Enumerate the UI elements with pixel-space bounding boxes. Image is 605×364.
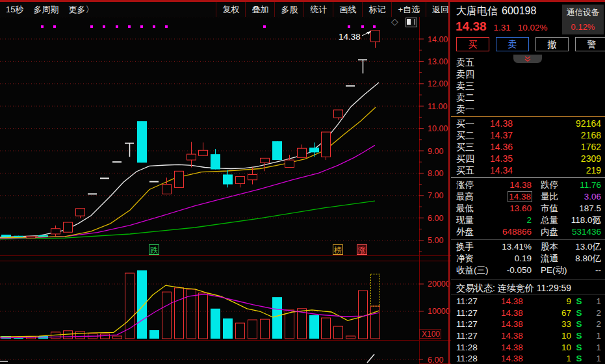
price-volume-chart[interactable]: 14.0013.0012.0011.0010.009.008.007.006.0… — [0, 0, 455, 364]
collapse-tab[interactable] — [513, 55, 542, 63]
trade-row[interactable]: 11:2714.389S1 — [451, 296, 605, 307]
stat-value: 13.41% — [495, 241, 532, 253]
trade-volume: 33 — [535, 318, 571, 330]
cancel-button[interactable]: 撤 — [535, 37, 569, 51]
divider — [451, 294, 605, 294]
price-change-pct: 10.02% — [518, 23, 548, 32]
ask-label: 卖五 — [456, 57, 490, 68]
trade-price: 14.38 — [489, 307, 535, 319]
stats-block-1: 涨停14.38跌停11.76最高14.38量比3.06最低13.60市值187.… — [451, 179, 605, 238]
stat-value: 14.38 — [495, 179, 532, 191]
ask-row[interactable]: 卖一 — [451, 103, 605, 115]
svg-text:9.00: 9.00 — [428, 147, 443, 156]
tick-trade-list: 11:2714.389S111:2714.3867S211:2714.3833S… — [451, 296, 605, 364]
panel-divider — [448, 2, 450, 364]
trade-time: 11:27 — [456, 318, 489, 330]
stat-value: 8.80亿 — [571, 253, 601, 265]
stat-value: 118.0万 — [571, 214, 601, 226]
bid-volume: 2168 — [535, 129, 601, 141]
trade-volume: 10 — [535, 342, 571, 354]
chart-header: 15秒多周期更多〉 复权叠加多股统计画线标记+自选返回 — [0, 2, 455, 17]
svg-text:涨: 涨 — [357, 246, 366, 255]
trade-direction: S — [571, 307, 587, 319]
ask-row[interactable]: 卖二 — [451, 92, 605, 103]
stat-label: 内盘 — [541, 226, 571, 238]
svg-text:20000: 20000 — [428, 280, 450, 289]
trade-direction: S — [571, 296, 587, 307]
trade-status: 交易状态: 连续竞价 11:29:59 — [451, 282, 605, 294]
trade-row[interactable]: 11:2714.3867S2 — [451, 307, 605, 319]
stat-label: 流通 — [541, 253, 571, 265]
svg-text:10000: 10000 — [428, 307, 450, 316]
stat-row: 外盘648866内盘531436 — [451, 226, 605, 238]
trade-time: 11:28 — [456, 342, 489, 354]
trade-direction: S — [571, 318, 587, 330]
trade-time: 11:28 — [456, 353, 489, 364]
toolbar-item-1[interactable]: 叠加 — [245, 2, 274, 17]
divider — [451, 280, 605, 280]
trade-volume: 1 — [535, 353, 571, 364]
menu-item-2[interactable]: 更多〉 — [68, 4, 94, 16]
stat-value: 14.38 — [495, 191, 532, 203]
stat-row: 换手13.41%股本13.0亿 — [451, 241, 605, 253]
menu-item-0[interactable]: 15秒 — [6, 4, 23, 16]
trade-row[interactable]: 11:2714.3810S1 — [451, 330, 605, 342]
svg-text:11.00: 11.00 — [428, 102, 447, 111]
bid-row[interactable]: 买五14.34219 — [451, 164, 605, 176]
sell-button[interactable]: 卖 — [496, 37, 529, 51]
toolbar-item-0[interactable]: 复权 — [216, 2, 245, 17]
price-change: 1.31 — [494, 23, 511, 32]
bid-volume: 219 — [535, 164, 601, 176]
bid-levels: 买一14.3892164买二14.372168买三14.361762买四14.3… — [451, 118, 605, 176]
trade-count: 2 — [587, 318, 601, 330]
stat-label: 跌停 — [541, 179, 571, 191]
trade-row[interactable]: 11:2814.381S1 — [451, 353, 605, 364]
bid-row[interactable]: 买三14.361762 — [451, 141, 605, 153]
stat-label: 最低 — [456, 203, 495, 214]
menu-item-1[interactable]: 多周期 — [33, 4, 58, 16]
alert-button[interactable]: 警 — [575, 37, 605, 51]
toolbar-item-5[interactable]: 标记 — [362, 2, 391, 17]
bid-row[interactable]: 买四14.352309 — [451, 153, 605, 164]
stat-row: 收益(三)-0.050PE(动)-- — [451, 265, 605, 276]
chart-toolbar: 复权叠加多股统计画线标记+自选返回 — [216, 2, 455, 17]
ask-row[interactable]: 卖四 — [451, 68, 605, 80]
trade-row[interactable]: 11:2714.3833S2 — [451, 318, 605, 330]
stat-row: 最高14.38量比3.06 — [451, 191, 605, 203]
bid-label: 买四 — [456, 153, 490, 164]
buy-button[interactable]: 买 — [456, 37, 489, 51]
svg-text:8.00: 8.00 — [428, 169, 443, 178]
bid-label: 买二 — [456, 129, 490, 141]
stat-row: 涨停14.38跌停11.76 — [451, 179, 605, 191]
stat-label: 最高 — [456, 191, 495, 203]
trade-row[interactable]: 11:2814.3810S1 — [451, 342, 605, 354]
svg-text:6.00: 6.00 — [428, 356, 443, 364]
svg-text:13.00: 13.00 — [428, 57, 448, 66]
svg-text:10.00: 10.00 — [428, 124, 448, 133]
bid-price: 14.35 — [490, 153, 535, 164]
stat-value: 187.5亿 — [571, 203, 601, 214]
trade-count: 1 — [587, 353, 601, 364]
bid-row[interactable]: 买一14.3892164 — [451, 118, 605, 129]
svg-text:6.00: 6.00 — [428, 214, 443, 223]
trade-time: 11:27 — [456, 330, 489, 342]
toolbar-item-4[interactable]: 画线 — [333, 2, 362, 17]
ask-row[interactable]: 卖三 — [451, 80, 605, 92]
svg-text:跌: 跌 — [150, 246, 158, 255]
stat-value: -- — [571, 265, 601, 276]
bid-label: 买五 — [456, 164, 490, 176]
toolbar-item-3[interactable]: 统计 — [303, 2, 333, 17]
bid-volume: 2309 — [535, 153, 601, 164]
stat-value: -0.050 — [495, 265, 532, 276]
bid-row[interactable]: 买二14.372168 — [451, 129, 605, 141]
trade-price: 14.38 — [489, 296, 535, 307]
stats-block-2: 换手13.41%股本13.0亿净资0.19流通8.80亿收益(三)-0.050P… — [451, 241, 605, 276]
stock-code: 600198 — [502, 5, 536, 16]
stat-label: 收益(三) — [456, 265, 495, 276]
toolbar-item-2[interactable]: 多股 — [274, 2, 303, 17]
diamond-icon[interactable]: ◇ — [391, 17, 398, 26]
layout-panel-icon[interactable] — [405, 18, 417, 27]
toolbar-item-6[interactable]: +自选 — [391, 2, 426, 17]
stat-value: 3.06 — [571, 191, 601, 203]
trade-count: 1 — [587, 342, 601, 354]
